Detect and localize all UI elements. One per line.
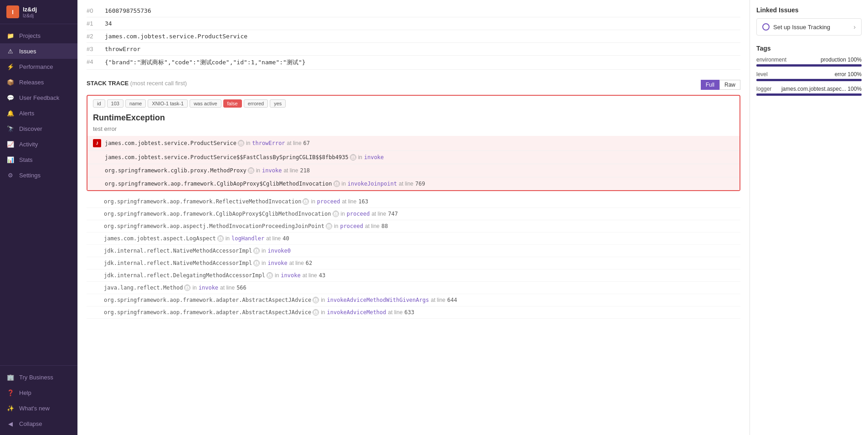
collapse-icon: ◀ bbox=[6, 419, 15, 428]
stack-val: james.com.jobtest.service.ProductService bbox=[105, 33, 247, 40]
thread-tag-val: 103 bbox=[107, 99, 123, 108]
sidebar-item-discover[interactable]: 🔭Discover bbox=[0, 121, 77, 136]
sidebar-label-issues: Issues bbox=[19, 48, 36, 55]
sidebar-item-performance[interactable]: ⚡Performance bbox=[0, 59, 77, 74]
content-area: #01608798755736#134#2james.com.jobtest.s… bbox=[77, 0, 750, 435]
stack-row: #01608798755736 bbox=[87, 5, 740, 17]
frame-in: in bbox=[342, 181, 346, 187]
right-panel: Linked Issues Set up Issue Tracking › Ta… bbox=[750, 0, 868, 435]
normal-frame: james.com.jobtest.aspect.LogAspectⓘinlog… bbox=[87, 233, 740, 245]
sidebar-label-discover: Discover bbox=[19, 125, 42, 132]
frame-class: org.springframework.aop.framework.CglibA… bbox=[104, 211, 331, 217]
frame-class: org.springframework.aop.framework.adapte… bbox=[104, 297, 311, 303]
stack-num: #2 bbox=[87, 33, 105, 40]
highlighted-frame: org.springframework.cglib.proxy.MethodPr… bbox=[87, 164, 740, 177]
tag-row: logger james.com.jobtest.aspec... 100% bbox=[756, 86, 862, 96]
sidebar-item-collapse[interactable]: ◀Collapse bbox=[0, 416, 77, 431]
thread-tags: id103nameXNIO-1 task-1was activefalseerr… bbox=[87, 96, 740, 111]
info-icon[interactable]: ⓘ bbox=[248, 167, 254, 174]
tag-row: level error 100% bbox=[756, 71, 862, 81]
normal-frame: org.springframework.aop.framework.Reflec… bbox=[87, 196, 740, 208]
frame-method: invoke bbox=[262, 167, 282, 174]
sidebar-label-help: Help bbox=[19, 389, 31, 396]
stack-val: 34 bbox=[105, 20, 112, 27]
sidebar-item-user-feedback[interactable]: 💬User Feedback bbox=[0, 90, 77, 105]
frame-class: jdk.internal.reflect.NativeMethodAccesso… bbox=[104, 260, 252, 266]
tag-bar-bg bbox=[756, 79, 862, 81]
exception-msg: test error bbox=[87, 124, 740, 136]
frame-class: james.com.jobtest.aspect.LogAspect bbox=[104, 235, 216, 242]
frame-method: invoke bbox=[281, 272, 300, 279]
sidebar-item-whats-new[interactable]: ✨What's new bbox=[0, 400, 77, 416]
releases-icon: 📦 bbox=[6, 78, 15, 86]
tag-bar-fill bbox=[756, 64, 862, 67]
normal-frame: jdk.internal.reflect.NativeMethodAccesso… bbox=[87, 257, 740, 269]
thread-tag-key: was active bbox=[190, 99, 221, 108]
info-icon[interactable]: ⓘ bbox=[253, 248, 260, 254]
sidebar-item-activity[interactable]: 📈Activity bbox=[0, 136, 77, 152]
info-icon[interactable]: ⓘ bbox=[303, 198, 309, 205]
frame-class: james.com.jobtest.service.ProductService bbox=[105, 140, 236, 146]
sidebar-item-stats[interactable]: 📊Stats bbox=[0, 152, 77, 167]
org-name: lz&dj bbox=[23, 6, 37, 13]
info-icon[interactable]: ⓘ bbox=[333, 211, 339, 217]
tags-title: Tags bbox=[756, 45, 862, 52]
section-title: STACK TRACE bbox=[87, 80, 128, 87]
frame-method: invoke bbox=[364, 154, 384, 161]
stack-num: #4 bbox=[87, 58, 105, 67]
whats-new-icon: ✨ bbox=[6, 404, 15, 412]
info-icon[interactable]: ⓘ bbox=[313, 309, 319, 316]
info-icon[interactable]: ⓘ bbox=[217, 235, 224, 242]
frame-class: jdk.internal.reflect.DelegatingMethodAcc… bbox=[104, 272, 265, 279]
sidebar-item-projects[interactable]: 📁Projects bbox=[0, 28, 77, 43]
tag-bar-bg bbox=[756, 93, 862, 96]
sidebar-item-alerts[interactable]: 🔔Alerts bbox=[0, 105, 77, 121]
frame-class: org.springframework.cglib.proxy.MethodPr… bbox=[105, 167, 247, 174]
info-icon[interactable]: ⓘ bbox=[334, 181, 340, 187]
sidebar-item-releases[interactable]: 📦Releases bbox=[0, 74, 77, 90]
sidebar-label-releases: Releases bbox=[19, 79, 44, 86]
btn-raw[interactable]: Raw bbox=[719, 80, 740, 90]
tag-value: error 100% bbox=[835, 71, 862, 78]
info-icon[interactable]: ⓘ bbox=[238, 140, 244, 146]
setup-issue-tracking[interactable]: Set up Issue Tracking › bbox=[756, 18, 862, 36]
performance-icon: ⚡ bbox=[6, 62, 15, 71]
info-icon[interactable]: ⓘ bbox=[184, 285, 190, 291]
thread-tag-val: false bbox=[223, 99, 242, 108]
frame-at: at line bbox=[399, 181, 413, 187]
stack-numbers: #01608798755736#134#2james.com.jobtest.s… bbox=[87, 0, 740, 74]
normal-frame: jdk.internal.reflect.DelegatingMethodAcc… bbox=[87, 269, 740, 282]
user-feedback-icon: 💬 bbox=[6, 93, 15, 102]
org-switcher[interactable]: l lz&dj lz&dj bbox=[0, 0, 77, 24]
info-icon[interactable]: ⓘ bbox=[267, 272, 273, 279]
org-avatar: l bbox=[6, 5, 19, 18]
highlighted-frame: Jjames.com.jobtest.service.ProductServic… bbox=[87, 136, 740, 151]
sidebar-item-help[interactable]: ❓Help bbox=[0, 385, 77, 400]
frame-line-num: 769 bbox=[415, 181, 425, 187]
stack-val: throwError bbox=[105, 46, 140, 52]
thread-frame: id103nameXNIO-1 task-1was activefalseerr… bbox=[87, 95, 740, 191]
tag-bar-fill bbox=[756, 79, 862, 81]
sidebar-label-settings: Settings bbox=[19, 172, 41, 179]
sidebar-item-issues[interactable]: ⚠Issues bbox=[0, 43, 77, 59]
highlighted-frame: org.springframework.aop.framework.CglibA… bbox=[87, 177, 740, 190]
info-icon[interactable]: ⓘ bbox=[350, 154, 356, 161]
thread-tag-val: XNIO-1 task-1 bbox=[148, 99, 188, 108]
btn-full[interactable]: Full bbox=[701, 80, 719, 90]
sidebar-label-projects: Projects bbox=[19, 32, 41, 39]
sidebar-item-settings[interactable]: ⚙Settings bbox=[0, 167, 77, 183]
setup-label: Set up Issue Tracking bbox=[773, 24, 830, 31]
try-business-icon: 🏢 bbox=[6, 373, 15, 381]
tag-key: environment bbox=[756, 57, 786, 63]
sidebar-label-try-business: Try Business bbox=[19, 374, 53, 381]
frame-class: org.springframework.aop.aspectj.MethodIn… bbox=[104, 223, 324, 229]
discover-icon: 🔭 bbox=[6, 124, 15, 133]
sidebar-label-collapse: Collapse bbox=[19, 420, 42, 427]
settings-icon: ⚙ bbox=[6, 171, 15, 179]
sidebar-item-try-business[interactable]: 🏢Try Business bbox=[0, 369, 77, 385]
frame-method: proceed bbox=[340, 223, 363, 229]
info-icon[interactable]: ⓘ bbox=[253, 260, 260, 266]
info-icon[interactable]: ⓘ bbox=[313, 297, 319, 303]
info-icon[interactable]: ⓘ bbox=[326, 223, 332, 229]
tag-key: level bbox=[756, 71, 768, 78]
